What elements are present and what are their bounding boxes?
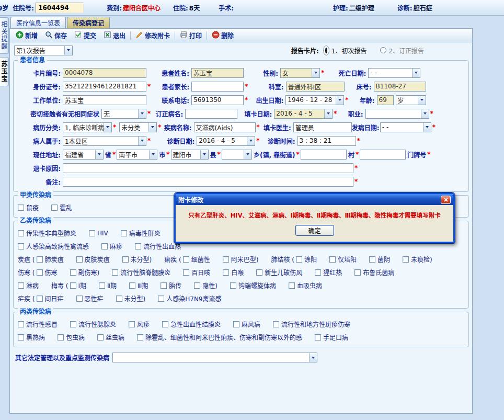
checkbox[interactable] xyxy=(135,243,141,249)
checkbox[interactable] xyxy=(273,321,279,327)
dropdown-arrow-icon[interactable] xyxy=(312,69,319,77)
diagnose-time-input[interactable]: 3 : 38 : 21 xyxy=(297,136,356,146)
checkbox-item[interactable]: 传染性非典型肺炎 xyxy=(18,229,76,237)
checkbox-item[interactable]: 霍乱 xyxy=(51,203,72,212)
save-button[interactable]: 保存 xyxy=(41,30,71,41)
township-select[interactable] xyxy=(222,150,252,160)
dropdown-arrow-icon[interactable] xyxy=(244,150,251,159)
department-input[interactable]: 普通外科Ⅰ区 xyxy=(286,82,345,92)
checkbox-item[interactable]: HIV xyxy=(89,230,108,237)
checkbox-item[interactable]: 除霍乱、细菌性和阿米巴性痢疾、伤寒和副伤寒以外的感 xyxy=(137,333,302,342)
checkbox-item[interactable]: 布鲁氏菌病 xyxy=(354,268,394,277)
checkbox[interactable] xyxy=(230,282,236,289)
exit-button[interactable]: 退出 xyxy=(100,30,129,41)
checkbox-item[interactable]: 鼠疫 xyxy=(18,203,39,212)
checkbox[interactable] xyxy=(289,282,295,289)
checkbox[interactable] xyxy=(18,205,24,211)
checkbox-item[interactable]: 肺炭疽 xyxy=(37,255,64,264)
checkbox[interactable] xyxy=(329,256,336,263)
checkbox-item[interactable]: 间日疟 xyxy=(37,294,64,303)
dropdown-arrow-icon[interactable] xyxy=(64,46,72,55)
dropdown-arrow-icon[interactable] xyxy=(200,150,208,159)
record-subclass-select[interactable]: 未分类 xyxy=(119,122,157,132)
age-input[interactable]: 69 xyxy=(377,95,394,105)
checkbox-item[interactable]: 未分型) xyxy=(122,255,152,264)
birth-date-select[interactable]: 1946 - 12 - 28 xyxy=(285,95,344,105)
checkbox[interactable] xyxy=(97,334,104,340)
diagnose-date-select[interactable]: 2016 - 4 - 5 xyxy=(197,136,255,146)
county-select[interactable]: 建阳市 xyxy=(171,150,209,160)
checkbox-item[interactable]: 流行性和地方性斑疹伤寒 xyxy=(273,320,350,328)
checkbox[interactable] xyxy=(315,269,321,276)
disease-name-input[interactable]: 艾滋病(Aids) xyxy=(194,122,256,132)
card-number-input[interactable]: 0004078 xyxy=(63,68,146,78)
checkbox-item[interactable]: 阿米巴型) xyxy=(223,255,259,264)
checkbox-item[interactable]: 白喉 xyxy=(223,268,244,277)
checkbox[interactable] xyxy=(296,256,302,263)
checkbox[interactable] xyxy=(89,230,95,236)
checkbox-item[interactable]: 未痰检) xyxy=(403,255,432,264)
checkbox-item[interactable]: Ⅲ期 xyxy=(129,281,148,290)
patient-name-input[interactable]: 苏玉宝 xyxy=(191,68,244,78)
province-select[interactable]: 福建省 xyxy=(63,150,104,160)
checkbox[interactable] xyxy=(256,269,262,276)
checkbox[interactable] xyxy=(223,256,229,263)
checkbox[interactable] xyxy=(183,256,189,263)
checkbox[interactable] xyxy=(315,334,321,340)
checkbox-item[interactable]: 皮肤炭疽 xyxy=(76,255,110,264)
contact-symptom-select[interactable]: 无 xyxy=(101,109,146,119)
checkbox[interactable] xyxy=(101,243,108,249)
checkbox-item[interactable]: 包虫病 xyxy=(58,333,85,342)
dropdown-arrow-icon[interactable] xyxy=(104,123,111,132)
checkbox-item[interactable]: 麻疹 xyxy=(101,242,122,251)
occupation-select[interactable] xyxy=(365,109,429,119)
work-unit-input[interactable]: 苏玉宝 xyxy=(63,95,146,105)
gender-select[interactable]: 女 xyxy=(280,68,320,78)
checkbox-item[interactable]: 流行性脑脊髓膜炎 xyxy=(112,268,170,277)
radio-corrected-report[interactable] xyxy=(380,47,386,53)
card-return-reason-input[interactable] xyxy=(63,163,353,173)
new-button[interactable]: 新增 xyxy=(12,30,41,41)
guardian-input[interactable] xyxy=(191,82,244,92)
checkbox-item[interactable]: 丝虫病 xyxy=(97,333,124,342)
checkbox-item[interactable]: 仅培阳 xyxy=(329,255,357,264)
checkbox[interactable] xyxy=(18,334,24,340)
checkbox[interactable] xyxy=(121,230,127,236)
dropdown-arrow-icon[interactable] xyxy=(95,150,103,159)
checkbox[interactable] xyxy=(70,269,76,276)
checkbox[interactable] xyxy=(223,269,229,276)
dropdown-arrow-icon[interactable] xyxy=(423,123,431,132)
bed-number-input[interactable]: B1108-27 xyxy=(374,82,426,92)
checkbox-item[interactable]: 血吸虫病 xyxy=(289,281,322,290)
dropdown-arrow-icon[interactable] xyxy=(149,150,157,159)
print-button[interactable]: 打印 xyxy=(176,30,205,41)
checkbox-item[interactable]: 恶性疟 xyxy=(76,294,104,303)
checkbox[interactable] xyxy=(18,243,24,249)
checkbox-item[interactable]: 人感染高致病性禽流感 xyxy=(18,242,89,251)
checkbox-item[interactable]: Ⅱ期 xyxy=(99,281,117,290)
phone-input[interactable]: 5691350 xyxy=(191,95,244,105)
checkbox[interactable] xyxy=(122,256,129,263)
checkbox-item[interactable]: 手足口病 xyxy=(315,333,348,342)
tab-infectious-disease-register[interactable]: 传染病登记 xyxy=(67,17,110,28)
checkbox-item[interactable]: 细菌性 xyxy=(183,255,210,264)
checkbox[interactable] xyxy=(51,205,58,211)
checkbox[interactable] xyxy=(18,282,24,289)
checkbox-item[interactable]: 伤寒 xyxy=(37,268,58,277)
checkbox-item[interactable]: 麻风病 xyxy=(233,320,260,328)
dropdown-arrow-icon[interactable] xyxy=(138,109,146,118)
report-times-select[interactable]: 第1次报告 xyxy=(14,46,73,55)
close-icon[interactable] xyxy=(441,196,451,204)
remarks-input[interactable] xyxy=(63,177,353,187)
dropdown-arrow-icon[interactable] xyxy=(309,353,317,362)
checkbox-item[interactable]: 钩端螺旋体病 xyxy=(230,281,276,290)
delete-button[interactable]: 删除 xyxy=(208,30,237,41)
dropdown-arrow-icon[interactable] xyxy=(336,96,343,105)
checkbox-item[interactable]: 菌阴 xyxy=(369,255,390,264)
checkbox[interactable] xyxy=(112,269,118,276)
checkbox-item[interactable]: 病毒性肝炎 xyxy=(121,229,161,237)
record-class-select[interactable]: 1, 临床诊断病 xyxy=(63,122,112,132)
checkbox[interactable] xyxy=(162,321,168,327)
checkbox[interactable] xyxy=(18,321,24,327)
checkbox[interactable] xyxy=(129,282,135,289)
